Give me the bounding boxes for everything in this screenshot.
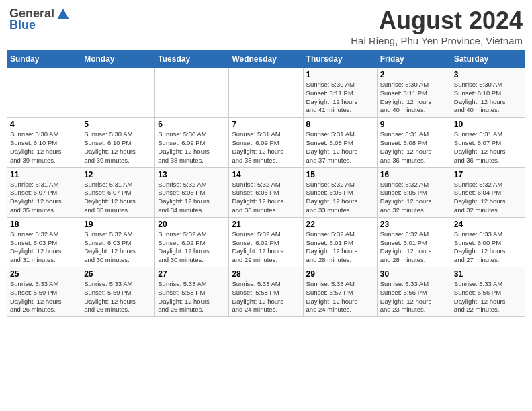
day-number: 18	[10, 220, 78, 229]
day-number: 23	[380, 220, 448, 229]
day-info: Sunrise: 5:31 AM Sunset: 6:07 PM Dayligh…	[10, 181, 78, 215]
day-number: 31	[454, 269, 522, 279]
day-info: Sunrise: 5:31 AM Sunset: 6:09 PM Dayligh…	[232, 130, 300, 165]
page-subtitle: Hai Rieng, Phu Yen Province, Vietnam	[351, 35, 523, 46]
day-info: Sunrise: 5:30 AM Sunset: 6:10 PM Dayligh…	[10, 130, 78, 165]
day-number: 5	[84, 120, 152, 129]
day-cell: 15Sunrise: 5:32 AM Sunset: 6:05 PM Dayli…	[303, 167, 377, 217]
day-info: Sunrise: 5:33 AM Sunset: 5:58 PM Dayligh…	[158, 280, 226, 314]
day-info: Sunrise: 5:30 AM Sunset: 6:10 PM Dayligh…	[454, 81, 522, 115]
page-title: August 2024	[351, 7, 523, 35]
day-info: Sunrise: 5:31 AM Sunset: 6:07 PM Dayligh…	[84, 181, 152, 215]
day-info: Sunrise: 5:33 AM Sunset: 5:57 PM Dayligh…	[306, 280, 374, 314]
day-cell: 13Sunrise: 5:32 AM Sunset: 6:06 PM Dayli…	[155, 167, 229, 217]
day-cell: 8Sunrise: 5:31 AM Sunset: 6:08 PM Daylig…	[303, 118, 377, 167]
day-cell: 23Sunrise: 5:32 AM Sunset: 6:01 PM Dayli…	[377, 217, 451, 267]
day-info: Sunrise: 5:30 AM Sunset: 6:10 PM Dayligh…	[84, 130, 152, 165]
day-number: 28	[232, 269, 300, 279]
page-header: General Blue August 2024 Hai Rieng, Phu …	[7, 7, 525, 46]
day-cell: 1Sunrise: 5:30 AM Sunset: 6:11 PM Daylig…	[303, 68, 377, 118]
day-cell: 19Sunrise: 5:32 AM Sunset: 6:03 PM Dayli…	[81, 217, 155, 267]
day-info: Sunrise: 5:33 AM Sunset: 5:59 PM Dayligh…	[84, 280, 152, 314]
day-number: 6	[158, 120, 226, 129]
day-info: Sunrise: 5:31 AM Sunset: 6:07 PM Dayligh…	[454, 130, 522, 165]
day-number: 11	[10, 170, 78, 179]
day-number: 1	[306, 70, 374, 79]
day-info: Sunrise: 5:31 AM Sunset: 6:08 PM Dayligh…	[306, 130, 374, 165]
day-cell: 22Sunrise: 5:32 AM Sunset: 6:01 PM Dayli…	[303, 217, 377, 267]
day-number: 12	[84, 170, 152, 179]
logo: General Blue	[9, 7, 71, 32]
day-info: Sunrise: 5:32 AM Sunset: 6:06 PM Dayligh…	[232, 181, 300, 215]
day-number: 14	[232, 170, 300, 179]
col-header-tuesday: Tuesday	[155, 51, 229, 68]
day-cell: 24Sunrise: 5:33 AM Sunset: 6:00 PM Dayli…	[451, 217, 525, 267]
col-header-monday: Monday	[81, 51, 155, 68]
day-number: 9	[380, 120, 448, 129]
day-number: 26	[84, 269, 152, 279]
day-number: 3	[454, 70, 522, 79]
day-number: 27	[158, 269, 226, 279]
day-info: Sunrise: 5:32 AM Sunset: 6:05 PM Dayligh…	[306, 181, 374, 215]
day-number: 19	[84, 220, 152, 229]
day-cell: 26Sunrise: 5:33 AM Sunset: 5:59 PM Dayli…	[81, 267, 155, 317]
logo-icon	[56, 7, 71, 21]
day-info: Sunrise: 5:32 AM Sunset: 6:06 PM Dayligh…	[158, 181, 226, 215]
day-number: 13	[158, 170, 226, 179]
day-number: 29	[306, 269, 374, 279]
day-cell	[155, 68, 229, 118]
logo-text-blue: Blue	[9, 18, 36, 32]
day-number: 20	[158, 220, 226, 229]
day-number: 10	[454, 120, 522, 129]
day-info: Sunrise: 5:30 AM Sunset: 6:11 PM Dayligh…	[306, 81, 374, 115]
day-number: 15	[306, 170, 374, 179]
day-cell: 17Sunrise: 5:32 AM Sunset: 6:04 PM Dayli…	[451, 167, 525, 217]
day-info: Sunrise: 5:33 AM Sunset: 5:56 PM Dayligh…	[380, 280, 448, 314]
day-cell: 30Sunrise: 5:33 AM Sunset: 5:56 PM Dayli…	[377, 267, 451, 317]
day-number: 2	[380, 70, 448, 79]
day-info: Sunrise: 5:33 AM Sunset: 5:58 PM Dayligh…	[232, 280, 300, 314]
header-row: SundayMondayTuesdayWednesdayThursdayFrid…	[7, 51, 525, 68]
day-number: 17	[454, 170, 522, 179]
day-cell	[229, 68, 303, 118]
day-info: Sunrise: 5:32 AM Sunset: 6:03 PM Dayligh…	[10, 230, 78, 265]
week-row-1: 1Sunrise: 5:30 AM Sunset: 6:11 PM Daylig…	[7, 68, 525, 118]
title-area: August 2024 Hai Rieng, Phu Yen Province,…	[351, 7, 523, 46]
day-cell: 2Sunrise: 5:30 AM Sunset: 6:11 PM Daylig…	[377, 68, 451, 118]
day-info: Sunrise: 5:32 AM Sunset: 6:05 PM Dayligh…	[380, 181, 448, 215]
week-row-3: 11Sunrise: 5:31 AM Sunset: 6:07 PM Dayli…	[7, 167, 525, 217]
calendar-table: SundayMondayTuesdayWednesdayThursdayFrid…	[7, 50, 525, 317]
day-info: Sunrise: 5:30 AM Sunset: 6:11 PM Dayligh…	[380, 81, 448, 115]
day-cell: 4Sunrise: 5:30 AM Sunset: 6:10 PM Daylig…	[7, 118, 81, 167]
day-number: 24	[454, 220, 522, 229]
day-cell: 16Sunrise: 5:32 AM Sunset: 6:05 PM Dayli…	[377, 167, 451, 217]
day-number: 16	[380, 170, 448, 179]
col-header-wednesday: Wednesday	[229, 51, 303, 68]
day-cell	[7, 68, 81, 118]
col-header-friday: Friday	[377, 51, 451, 68]
day-info: Sunrise: 5:32 AM Sunset: 6:04 PM Dayligh…	[454, 181, 522, 215]
col-header-sunday: Sunday	[7, 51, 81, 68]
col-header-thursday: Thursday	[303, 51, 377, 68]
day-cell	[81, 68, 155, 118]
day-number: 30	[380, 269, 448, 279]
svg-marker-0	[57, 9, 69, 19]
day-cell: 3Sunrise: 5:30 AM Sunset: 6:10 PM Daylig…	[451, 68, 525, 118]
day-info: Sunrise: 5:32 AM Sunset: 6:03 PM Dayligh…	[84, 230, 152, 265]
day-info: Sunrise: 5:32 AM Sunset: 6:02 PM Dayligh…	[158, 230, 226, 265]
day-info: Sunrise: 5:30 AM Sunset: 6:09 PM Dayligh…	[158, 130, 226, 165]
day-cell: 10Sunrise: 5:31 AM Sunset: 6:07 PM Dayli…	[451, 118, 525, 167]
day-info: Sunrise: 5:32 AM Sunset: 6:01 PM Dayligh…	[306, 230, 374, 265]
week-row-2: 4Sunrise: 5:30 AM Sunset: 6:10 PM Daylig…	[7, 118, 525, 167]
day-info: Sunrise: 5:33 AM Sunset: 6:00 PM Dayligh…	[454, 230, 522, 265]
day-cell: 9Sunrise: 5:31 AM Sunset: 6:08 PM Daylig…	[377, 118, 451, 167]
day-info: Sunrise: 5:31 AM Sunset: 6:08 PM Dayligh…	[380, 130, 448, 165]
day-cell: 28Sunrise: 5:33 AM Sunset: 5:58 PM Dayli…	[229, 267, 303, 317]
day-info: Sunrise: 5:32 AM Sunset: 6:02 PM Dayligh…	[232, 230, 300, 265]
day-cell: 12Sunrise: 5:31 AM Sunset: 6:07 PM Dayli…	[81, 167, 155, 217]
day-cell: 21Sunrise: 5:32 AM Sunset: 6:02 PM Dayli…	[229, 217, 303, 267]
week-row-5: 25Sunrise: 5:33 AM Sunset: 5:59 PM Dayli…	[7, 267, 525, 317]
day-cell: 6Sunrise: 5:30 AM Sunset: 6:09 PM Daylig…	[155, 118, 229, 167]
day-number: 25	[10, 269, 78, 279]
day-cell: 7Sunrise: 5:31 AM Sunset: 6:09 PM Daylig…	[229, 118, 303, 167]
